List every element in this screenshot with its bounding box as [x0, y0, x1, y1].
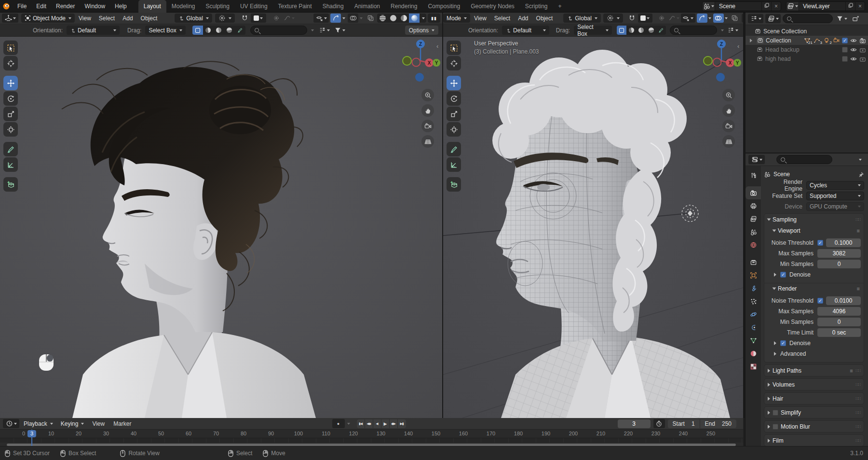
drag-grip-icon[interactable]: ∷∷ — [856, 438, 860, 443]
tab-shading[interactable]: Shading — [317, 0, 349, 13]
tool-rotate[interactable] — [3, 91, 18, 106]
tab-modeling[interactable]: Modeling — [166, 0, 201, 13]
select-mode-intersect-icon[interactable] — [656, 26, 666, 35]
pivot-point-dropdown[interactable] — [215, 14, 235, 23]
panel-film[interactable]: Film ∷∷ — [764, 435, 864, 446]
advanced-expand-icon[interactable] — [774, 352, 776, 356]
tool-add-cube[interactable] — [3, 177, 18, 192]
breadcrumb[interactable]: Scene — [773, 171, 790, 178]
pivot-point-dropdown[interactable] — [603, 14, 623, 23]
select-hierarchy-dropdown[interactable] — [726, 26, 739, 35]
tab-compositing[interactable]: Compositing — [422, 0, 465, 13]
expand-arrow-icon[interactable] — [747, 37, 755, 44]
hide-eye-icon[interactable] — [850, 37, 857, 44]
tab-physics-icon[interactable] — [746, 308, 761, 321]
show-gizmo-dropdown[interactable] — [681, 14, 695, 23]
viewport-right-canvas[interactable]: User Perspective (3) Collection | Plane.… — [443, 37, 743, 418]
transform-orientation-dropdown[interactable]: Global — [563, 14, 601, 23]
tool-move[interactable] — [3, 76, 18, 90]
pan-hand-icon[interactable] — [421, 104, 434, 117]
new-collection-icon[interactable] — [850, 14, 861, 23]
outliner-filter-dropdown[interactable] — [835, 14, 848, 23]
tab-constraints-icon[interactable] — [746, 321, 761, 334]
new-viewlayer-icon[interactable] — [845, 2, 855, 11]
tab-animation[interactable]: Animation — [349, 0, 385, 13]
drag-value-dropdown[interactable]: Select Box — [145, 26, 185, 35]
tool-annotate[interactable] — [447, 142, 461, 156]
properties-editor-icon[interactable] — [748, 155, 765, 164]
select-mode-subtract-icon[interactable] — [214, 26, 224, 35]
properties-search-input[interactable] — [776, 155, 832, 164]
preset-menu-icon[interactable]: ≡ — [857, 228, 860, 234]
view-menu[interactable]: View — [88, 420, 108, 427]
close-viewlayer-icon[interactable]: × — [855, 2, 865, 11]
menu-window[interactable]: Window — [80, 0, 110, 13]
render-engine-dropdown[interactable]: Cycles — [806, 181, 864, 190]
tool-annotate[interactable] — [3, 142, 18, 156]
menu-render[interactable]: Render — [51, 0, 80, 13]
outliner-row-scene-collection[interactable]: Scene Collection — [746, 27, 868, 36]
tool-select-box[interactable] — [3, 41, 18, 55]
navigation-gizmo[interactable]: Z X Y — [400, 38, 441, 110]
tab-render-icon[interactable] — [746, 186, 761, 199]
menu-file[interactable]: File — [13, 0, 31, 13]
drag-value-dropdown[interactable]: Select Box — [574, 26, 612, 35]
auto-keyframe-record-icon[interactable]: ● — [332, 419, 345, 428]
zoom-icon[interactable] — [421, 89, 434, 101]
jump-to-start-button[interactable]: ▮◀ — [357, 419, 365, 428]
render-noise-threshold-checkbox[interactable]: ✓ — [817, 298, 823, 304]
orientation-value-dropdown[interactable]: Default — [67, 26, 120, 35]
panel-volumes[interactable]: Volumes ∷∷ — [764, 379, 864, 390]
menu-add[interactable]: Add — [514, 15, 532, 22]
collapsed-dropdown[interactable] — [311, 29, 314, 31]
menu-edit[interactable]: Edit — [31, 0, 51, 13]
preset-menu-icon[interactable]: ≡ — [850, 368, 853, 374]
zoom-icon[interactable] — [722, 89, 735, 101]
tab-sculpting[interactable]: Sculpting — [201, 0, 235, 13]
menu-add[interactable]: Add — [119, 15, 136, 22]
tool-measure[interactable] — [3, 157, 18, 172]
timeline-ruler[interactable]: 0102030405060708090100110120130140150160… — [0, 430, 743, 438]
scene-icon[interactable] — [703, 2, 715, 11]
mode-dropdown[interactable]: Mode — [443, 14, 470, 23]
tab-layout[interactable]: Layout — [138, 0, 166, 13]
previous-keyframe-button[interactable]: ◀◆ — [365, 419, 373, 428]
tool-cursor[interactable] — [447, 56, 461, 70]
select-mode-extend-icon[interactable] — [626, 26, 636, 35]
use-preview-range-icon[interactable] — [653, 419, 665, 428]
overlays-toggle-icon[interactable] — [713, 14, 724, 23]
perspective-toggle-icon[interactable] — [421, 135, 434, 148]
proportional-editing-icon[interactable] — [271, 14, 282, 23]
tab-texture-icon[interactable] — [746, 360, 761, 373]
shading-wireframe-icon[interactable] — [377, 14, 388, 23]
close-scene-icon[interactable]: × — [771, 2, 781, 11]
menu-view[interactable]: View — [75, 15, 95, 22]
xray-toggle-icon[interactable] — [365, 14, 376, 23]
select-mode-new-icon[interactable] — [192, 26, 203, 35]
current-frame-pill[interactable]: 3 — [27, 430, 36, 437]
select-mode-extend-icon[interactable] — [203, 26, 214, 35]
play-reverse-button[interactable]: ◀ — [373, 419, 381, 428]
render-disabled-icon[interactable] — [859, 55, 866, 62]
snap-toggle-icon[interactable] — [240, 14, 250, 23]
tool-select-box[interactable] — [447, 41, 461, 55]
playback-menu[interactable]: Playback — [20, 419, 56, 428]
select-mode-subtract-icon[interactable] — [637, 26, 646, 35]
select-mode-invert-icon[interactable] — [224, 26, 235, 35]
panel-simplify[interactable]: Simplify ∷∷ — [764, 407, 864, 418]
tab-rendering[interactable]: Rendering — [385, 0, 422, 13]
tab-particles-icon[interactable] — [746, 295, 761, 308]
select-hierarchy-dropdown[interactable] — [317, 26, 332, 35]
drag-grip-icon[interactable]: ∷∷ — [856, 396, 860, 401]
tool-move[interactable] — [447, 76, 461, 90]
proportional-falloff-dropdown[interactable] — [282, 14, 297, 23]
drag-grip-icon[interactable]: ∷∷ — [856, 368, 860, 373]
render-visibility-icon[interactable] — [859, 37, 866, 44]
tool-rotate[interactable] — [447, 91, 461, 106]
tab-uv-editing[interactable]: UV Editing — [235, 0, 273, 13]
tab-data-icon[interactable] — [746, 334, 761, 347]
camera-view-icon[interactable] — [421, 120, 434, 132]
keying-menu[interactable]: Keying — [57, 419, 88, 428]
menu-object[interactable]: Object — [137, 15, 162, 22]
snap-target-dropdown[interactable] — [638, 14, 652, 23]
